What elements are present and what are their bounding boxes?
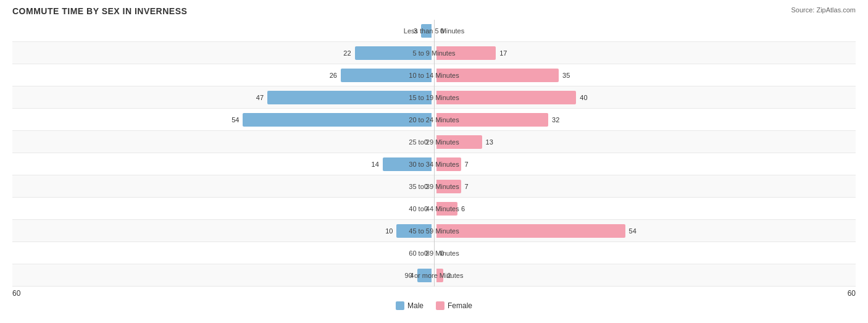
source-text: Source: ZipAtlas.com bbox=[791, 6, 856, 14]
male-value: 47 bbox=[256, 94, 264, 101]
chart-title: COMMUTE TIME BY SEX IN INVERNESS bbox=[12, 6, 856, 16]
female-bar bbox=[436, 269, 443, 282]
male-section: 26 bbox=[12, 69, 434, 82]
male-bar bbox=[383, 157, 432, 171]
male-value: 3 bbox=[414, 27, 417, 35]
male-section: 10 bbox=[12, 224, 434, 238]
axis-row: 60 60 bbox=[12, 289, 856, 298]
female-section: 6 bbox=[434, 202, 856, 216]
female-section: 40 bbox=[434, 91, 856, 104]
male-bar bbox=[243, 113, 432, 127]
legend-male-label: Male bbox=[407, 301, 424, 310]
male-value: 22 bbox=[343, 49, 351, 57]
male-section: 14 bbox=[12, 157, 434, 171]
male-section: 3 bbox=[12, 24, 434, 38]
male-section: 22 bbox=[12, 46, 434, 60]
legend-male-box bbox=[396, 301, 404, 310]
male-section: 0 bbox=[12, 205, 434, 212]
bars-area: 3Less than 5 Minutes0225 to 9 Minutes172… bbox=[12, 20, 856, 287]
male-bar bbox=[341, 69, 432, 82]
female-value: 54 bbox=[629, 227, 636, 235]
female-value: 13 bbox=[486, 138, 493, 146]
male-bar bbox=[267, 91, 432, 104]
female-value: 2 bbox=[447, 272, 451, 279]
male-value: 0 bbox=[424, 183, 428, 190]
female-value: 40 bbox=[580, 94, 587, 101]
female-section: 54 bbox=[434, 224, 856, 238]
female-section: 0 bbox=[434, 27, 856, 35]
female-bar bbox=[436, 69, 559, 82]
female-section: 13 bbox=[434, 135, 856, 149]
female-bar bbox=[436, 135, 482, 149]
female-bar bbox=[436, 157, 461, 171]
male-value: 26 bbox=[330, 72, 337, 79]
male-value: 54 bbox=[232, 116, 239, 124]
male-bar bbox=[417, 269, 432, 282]
female-value: 7 bbox=[465, 183, 469, 190]
male-section: 54 bbox=[12, 113, 434, 127]
female-value: 6 bbox=[461, 205, 465, 212]
female-bar bbox=[436, 224, 625, 238]
male-section: 47 bbox=[12, 91, 434, 104]
male-value: 0 bbox=[424, 250, 428, 257]
female-bar bbox=[436, 91, 576, 104]
female-value: 0 bbox=[440, 250, 444, 257]
axis-left: 60 bbox=[12, 289, 20, 298]
male-section: 0 bbox=[12, 138, 434, 146]
male-value: 4 bbox=[410, 272, 414, 279]
chart-container: COMMUTE TIME BY SEX IN INVERNESS Source:… bbox=[0, 0, 868, 323]
legend-male: Male bbox=[396, 301, 424, 310]
female-bar bbox=[436, 180, 461, 193]
axis-right: 60 bbox=[848, 289, 856, 298]
male-bar bbox=[396, 224, 432, 238]
male-bar bbox=[421, 24, 432, 38]
male-section: 0 bbox=[12, 250, 434, 257]
female-section: 7 bbox=[434, 180, 856, 193]
center-line bbox=[434, 20, 435, 287]
legend-female-box bbox=[436, 301, 444, 310]
female-section: 35 bbox=[434, 69, 856, 82]
female-bar bbox=[436, 202, 457, 216]
female-section: 7 bbox=[434, 157, 856, 171]
female-section: 0 bbox=[434, 250, 856, 257]
female-bar bbox=[436, 113, 548, 127]
male-section: 0 bbox=[12, 183, 434, 190]
female-section: 32 bbox=[434, 113, 856, 127]
male-value: 0 bbox=[424, 205, 428, 212]
female-value: 0 bbox=[440, 27, 444, 35]
male-section: 4 bbox=[12, 269, 434, 282]
female-value: 7 bbox=[465, 161, 469, 168]
male-bar bbox=[355, 46, 432, 60]
female-value: 32 bbox=[552, 116, 559, 124]
female-value: 17 bbox=[499, 49, 507, 57]
female-bar bbox=[436, 46, 496, 60]
legend-female-label: Female bbox=[448, 301, 472, 310]
female-value: 35 bbox=[562, 72, 570, 79]
legend-female: Female bbox=[436, 301, 472, 310]
male-value: 0 bbox=[424, 138, 428, 146]
female-section: 2 bbox=[434, 269, 856, 282]
male-value: 10 bbox=[385, 227, 393, 235]
female-section: 17 bbox=[434, 46, 856, 60]
male-value: 14 bbox=[372, 161, 379, 168]
legend: Male Female bbox=[12, 301, 856, 310]
